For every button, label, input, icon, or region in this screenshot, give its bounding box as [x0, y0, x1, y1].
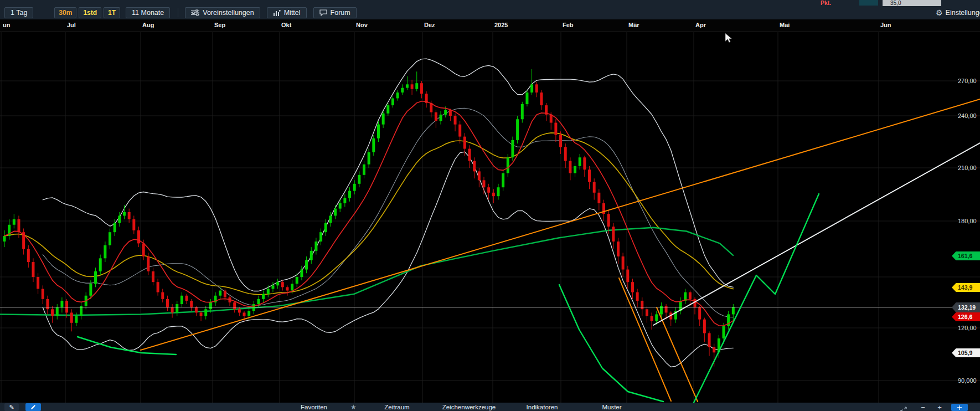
month-label: Feb — [563, 22, 574, 28]
trading-chart-app: Pkt. 35,0 1 Tag 30m1std1T 11 Monate Vore… — [0, 0, 980, 411]
green-drawn-zigzag — [691, 194, 819, 403]
month-label: Sep — [214, 22, 225, 28]
mouse-cursor — [725, 33, 732, 43]
month-label: Dez — [424, 22, 435, 28]
bottom-tab-favoriten[interactable]: Favoriten — [301, 404, 327, 410]
bollinger-middle-band — [43, 108, 733, 317]
voreinstellungen-button[interactable]: Voreinstellungen — [185, 7, 260, 18]
candles — [3, 69, 735, 367]
fit-chart-button[interactable] — [951, 404, 968, 411]
settings-label: Einstellungen — [946, 9, 980, 17]
price-change-text: Pkt. — [821, 0, 831, 6]
green-drawn-v — [559, 285, 663, 402]
month-label: Jul — [67, 22, 76, 28]
bottom-tab-muster[interactable]: Muster — [602, 404, 621, 410]
draw-tool-button[interactable] — [25, 403, 41, 411]
bottom-toolbar: FavoritenZeitraumZeichenwerkzeugeIndikat… — [0, 403, 980, 411]
mittel-label: Mittel — [284, 9, 301, 17]
voreinstellungen-label: Voreinstellungen — [203, 9, 254, 17]
price-chart[interactable] — [0, 32, 980, 403]
quote-value: 35,0 — [883, 0, 941, 6]
pencil-icon: ✎ — [9, 404, 14, 411]
favorites-star-icon[interactable]: ★ — [350, 403, 357, 411]
zoom-out-button[interactable]: − — [918, 403, 928, 411]
interval-button-1t[interactable]: 1T — [104, 7, 120, 18]
bollinger-lower-band — [43, 152, 733, 367]
month-label: Aug — [142, 22, 154, 28]
zoom-in-button[interactable]: + — [935, 403, 945, 411]
interval-button-1std[interactable]: 1std — [79, 7, 101, 18]
mittel-button[interactable]: Mittel — [267, 7, 307, 18]
bottom-tab-indikatoren[interactable]: Indikatoren — [527, 404, 558, 410]
timeframe-button[interactable]: 1 Tag — [4, 7, 33, 18]
month-label: Mai — [780, 22, 790, 28]
span-button[interactable]: 11 Monate — [126, 7, 170, 18]
forum-button[interactable]: Forum — [313, 7, 357, 18]
toolbar-divider — [178, 8, 178, 17]
month-label: un — [3, 22, 10, 28]
sliders-icon — [191, 9, 199, 16]
bottom-tab-zeichenwerkzeuge[interactable]: Zeichenwerkzeuge — [442, 404, 496, 410]
month-label: Okt — [281, 22, 291, 28]
brush-icon — [30, 404, 36, 410]
quote-strip: Pkt. 35,0 — [0, 0, 980, 6]
top-toolbar: 1 Tag 30m1std1T 11 Monate Voreinstellung… — [0, 6, 980, 20]
month-label: Mär — [628, 22, 639, 28]
crosshair-icon — [956, 405, 963, 410]
fast-ema-line — [4, 101, 733, 326]
speech-bubble-icon — [319, 9, 327, 16]
green-drawn-curve-left — [78, 337, 176, 355]
interval-button-30m[interactable]: 30m — [54, 7, 76, 18]
quote-chip — [859, 0, 878, 6]
month-label: Jun — [880, 22, 891, 28]
settings-button[interactable]: ⚙ Einstellungen — [936, 6, 980, 19]
forum-label: Forum — [331, 9, 350, 17]
bottom-tab-zeitraum[interactable]: Zeitraum — [384, 404, 409, 410]
time-axis[interactable]: unJulAugSepOktNovDez2025FebMärAprMaiJun — [0, 19, 980, 32]
expand-icon[interactable] — [900, 404, 907, 411]
orange-steep-line-2 — [657, 307, 698, 402]
indicator-bars-icon — [273, 9, 281, 16]
gear-icon: ⚙ — [936, 8, 943, 17]
pencil-tool-button[interactable]: ✎ — [4, 403, 19, 411]
month-label: 2025 — [494, 22, 508, 28]
month-label: Apr — [695, 22, 706, 28]
month-label: Nov — [356, 22, 368, 28]
white-trend-line — [653, 143, 980, 325]
interval-button-group: 30m1std1T — [54, 7, 120, 18]
gridlines — [0, 32, 980, 403]
